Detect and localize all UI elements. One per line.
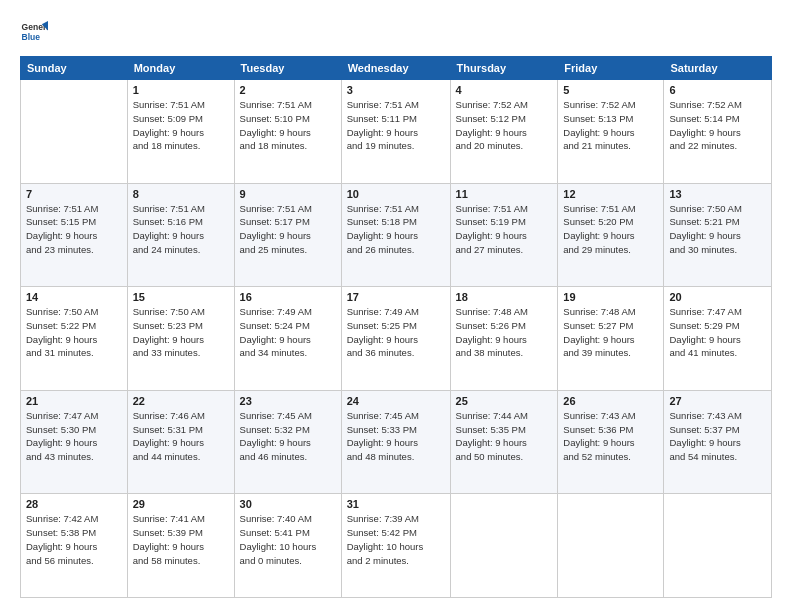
day-cell: 25Sunrise: 7:44 AM Sunset: 5:35 PM Dayli… [450,390,558,494]
day-info: Sunrise: 7:50 AM Sunset: 5:22 PM Dayligh… [26,305,122,360]
day-cell: 24Sunrise: 7:45 AM Sunset: 5:33 PM Dayli… [341,390,450,494]
day-cell: 17Sunrise: 7:49 AM Sunset: 5:25 PM Dayli… [341,287,450,391]
day-cell: 3Sunrise: 7:51 AM Sunset: 5:11 PM Daylig… [341,80,450,184]
day-cell: 13Sunrise: 7:50 AM Sunset: 5:21 PM Dayli… [664,183,772,287]
day-cell: 26Sunrise: 7:43 AM Sunset: 5:36 PM Dayli… [558,390,664,494]
day-cell: 27Sunrise: 7:43 AM Sunset: 5:37 PM Dayli… [664,390,772,494]
col-header-friday: Friday [558,57,664,80]
day-cell: 30Sunrise: 7:40 AM Sunset: 5:41 PM Dayli… [234,494,341,598]
logo: General Blue [20,18,48,46]
col-header-sunday: Sunday [21,57,128,80]
day-cell: 31Sunrise: 7:39 AM Sunset: 5:42 PM Dayli… [341,494,450,598]
day-cell: 10Sunrise: 7:51 AM Sunset: 5:18 PM Dayli… [341,183,450,287]
day-info: Sunrise: 7:45 AM Sunset: 5:32 PM Dayligh… [240,409,336,464]
day-number: 29 [133,498,229,510]
day-cell [664,494,772,598]
day-info: Sunrise: 7:51 AM Sunset: 5:16 PM Dayligh… [133,202,229,257]
day-number: 10 [347,188,445,200]
day-number: 6 [669,84,766,96]
day-number: 31 [347,498,445,510]
day-cell: 6Sunrise: 7:52 AM Sunset: 5:14 PM Daylig… [664,80,772,184]
day-info: Sunrise: 7:49 AM Sunset: 5:24 PM Dayligh… [240,305,336,360]
day-info: Sunrise: 7:51 AM Sunset: 5:17 PM Dayligh… [240,202,336,257]
day-number: 9 [240,188,336,200]
day-cell: 14Sunrise: 7:50 AM Sunset: 5:22 PM Dayli… [21,287,128,391]
day-cell: 23Sunrise: 7:45 AM Sunset: 5:32 PM Dayli… [234,390,341,494]
svg-text:Blue: Blue [22,32,41,42]
day-info: Sunrise: 7:42 AM Sunset: 5:38 PM Dayligh… [26,512,122,567]
logo-icon: General Blue [20,18,48,46]
day-cell [450,494,558,598]
day-info: Sunrise: 7:52 AM Sunset: 5:12 PM Dayligh… [456,98,553,153]
day-number: 30 [240,498,336,510]
week-row-3: 14Sunrise: 7:50 AM Sunset: 5:22 PM Dayli… [21,287,772,391]
day-info: Sunrise: 7:48 AM Sunset: 5:27 PM Dayligh… [563,305,658,360]
day-cell: 8Sunrise: 7:51 AM Sunset: 5:16 PM Daylig… [127,183,234,287]
day-info: Sunrise: 7:50 AM Sunset: 5:21 PM Dayligh… [669,202,766,257]
day-number: 4 [456,84,553,96]
day-number: 21 [26,395,122,407]
day-cell: 4Sunrise: 7:52 AM Sunset: 5:12 PM Daylig… [450,80,558,184]
day-cell: 15Sunrise: 7:50 AM Sunset: 5:23 PM Dayli… [127,287,234,391]
day-number: 1 [133,84,229,96]
day-info: Sunrise: 7:48 AM Sunset: 5:26 PM Dayligh… [456,305,553,360]
calendar-page: General Blue SundayMondayTuesdayWednesda… [0,0,792,612]
day-info: Sunrise: 7:45 AM Sunset: 5:33 PM Dayligh… [347,409,445,464]
day-cell: 1Sunrise: 7:51 AM Sunset: 5:09 PM Daylig… [127,80,234,184]
day-cell: 18Sunrise: 7:48 AM Sunset: 5:26 PM Dayli… [450,287,558,391]
day-info: Sunrise: 7:51 AM Sunset: 5:20 PM Dayligh… [563,202,658,257]
day-info: Sunrise: 7:44 AM Sunset: 5:35 PM Dayligh… [456,409,553,464]
col-header-saturday: Saturday [664,57,772,80]
day-number: 20 [669,291,766,303]
day-number: 7 [26,188,122,200]
day-cell: 2Sunrise: 7:51 AM Sunset: 5:10 PM Daylig… [234,80,341,184]
day-info: Sunrise: 7:52 AM Sunset: 5:13 PM Dayligh… [563,98,658,153]
day-info: Sunrise: 7:51 AM Sunset: 5:18 PM Dayligh… [347,202,445,257]
day-info: Sunrise: 7:46 AM Sunset: 5:31 PM Dayligh… [133,409,229,464]
day-info: Sunrise: 7:43 AM Sunset: 5:37 PM Dayligh… [669,409,766,464]
day-cell: 20Sunrise: 7:47 AM Sunset: 5:29 PM Dayli… [664,287,772,391]
day-cell: 11Sunrise: 7:51 AM Sunset: 5:19 PM Dayli… [450,183,558,287]
day-number: 13 [669,188,766,200]
day-number: 19 [563,291,658,303]
day-number: 17 [347,291,445,303]
day-number: 15 [133,291,229,303]
day-number: 24 [347,395,445,407]
day-number: 11 [456,188,553,200]
day-number: 5 [563,84,658,96]
day-info: Sunrise: 7:49 AM Sunset: 5:25 PM Dayligh… [347,305,445,360]
week-row-5: 28Sunrise: 7:42 AM Sunset: 5:38 PM Dayli… [21,494,772,598]
day-number: 2 [240,84,336,96]
week-row-1: 1Sunrise: 7:51 AM Sunset: 5:09 PM Daylig… [21,80,772,184]
col-header-thursday: Thursday [450,57,558,80]
day-info: Sunrise: 7:47 AM Sunset: 5:29 PM Dayligh… [669,305,766,360]
day-cell: 29Sunrise: 7:41 AM Sunset: 5:39 PM Dayli… [127,494,234,598]
header-row: SundayMondayTuesdayWednesdayThursdayFrid… [21,57,772,80]
day-cell [558,494,664,598]
day-number: 14 [26,291,122,303]
day-info: Sunrise: 7:51 AM Sunset: 5:19 PM Dayligh… [456,202,553,257]
day-cell: 5Sunrise: 7:52 AM Sunset: 5:13 PM Daylig… [558,80,664,184]
day-cell: 21Sunrise: 7:47 AM Sunset: 5:30 PM Dayli… [21,390,128,494]
day-number: 22 [133,395,229,407]
day-cell: 9Sunrise: 7:51 AM Sunset: 5:17 PM Daylig… [234,183,341,287]
day-info: Sunrise: 7:47 AM Sunset: 5:30 PM Dayligh… [26,409,122,464]
day-number: 27 [669,395,766,407]
day-number: 3 [347,84,445,96]
day-number: 16 [240,291,336,303]
day-cell [21,80,128,184]
day-info: Sunrise: 7:51 AM Sunset: 5:09 PM Dayligh… [133,98,229,153]
day-number: 8 [133,188,229,200]
day-info: Sunrise: 7:51 AM Sunset: 5:10 PM Dayligh… [240,98,336,153]
day-cell: 7Sunrise: 7:51 AM Sunset: 5:15 PM Daylig… [21,183,128,287]
day-info: Sunrise: 7:50 AM Sunset: 5:23 PM Dayligh… [133,305,229,360]
day-cell: 28Sunrise: 7:42 AM Sunset: 5:38 PM Dayli… [21,494,128,598]
col-header-monday: Monday [127,57,234,80]
day-number: 28 [26,498,122,510]
day-number: 26 [563,395,658,407]
day-info: Sunrise: 7:51 AM Sunset: 5:11 PM Dayligh… [347,98,445,153]
day-number: 12 [563,188,658,200]
day-number: 25 [456,395,553,407]
day-cell: 22Sunrise: 7:46 AM Sunset: 5:31 PM Dayli… [127,390,234,494]
day-info: Sunrise: 7:40 AM Sunset: 5:41 PM Dayligh… [240,512,336,567]
